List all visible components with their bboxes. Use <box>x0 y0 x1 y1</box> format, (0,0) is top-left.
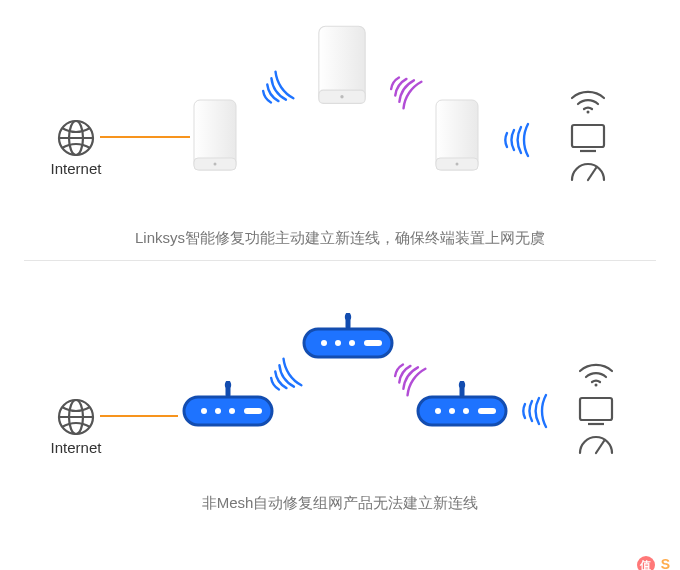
panel-nonmesh: Internet <box>0 273 680 513</box>
watermark: 值S <box>637 556 670 570</box>
svg-rect-13 <box>572 125 604 147</box>
wifi-icon <box>576 361 616 387</box>
caption-bottom: 非Mesh自动修复组网产品无法建立新连线 <box>0 494 680 513</box>
wire-link <box>100 415 178 417</box>
svg-point-37 <box>449 408 455 414</box>
svg-rect-39 <box>478 408 496 414</box>
svg-line-15 <box>588 168 596 180</box>
svg-rect-41 <box>580 398 612 420</box>
router-2 <box>298 313 398 363</box>
svg-point-31 <box>349 340 355 346</box>
wifi-link-2-3 <box>380 357 438 397</box>
svg-rect-25 <box>244 408 262 414</box>
svg-point-40 <box>595 384 598 387</box>
monitor-icon <box>576 395 616 427</box>
svg-point-8 <box>340 95 343 98</box>
svg-point-11 <box>456 163 459 166</box>
watermark-text: S <box>661 556 670 570</box>
divider <box>24 260 656 261</box>
svg-point-22 <box>201 408 207 414</box>
svg-point-38 <box>463 408 469 414</box>
velop-node-2 <box>314 24 370 110</box>
velop-node-3 <box>432 98 482 176</box>
wire-link <box>100 136 190 138</box>
device-stack <box>568 88 608 182</box>
wifi-link-2-3 <box>376 70 434 110</box>
internet-label: Internet <box>46 439 106 456</box>
svg-point-23 <box>215 408 221 414</box>
svg-point-24 <box>229 408 235 414</box>
svg-point-34 <box>459 382 465 388</box>
gauge-icon <box>568 158 608 182</box>
wifi-link-1-2 <box>256 357 314 397</box>
velop-node-1 <box>190 98 240 176</box>
globe-icon <box>56 118 96 162</box>
wifi-link-1-2 <box>248 70 306 110</box>
watermark-badge: 值 <box>637 556 655 570</box>
svg-point-5 <box>214 163 217 166</box>
wifi-link-3-dev <box>490 120 548 160</box>
panel-linksys: Internet <box>0 8 680 248</box>
diagram-frame: Internet <box>0 8 680 570</box>
internet-label: Internet <box>46 160 106 177</box>
svg-line-43 <box>596 441 604 453</box>
globe-icon <box>56 397 96 441</box>
device-stack <box>576 361 616 455</box>
svg-point-20 <box>225 382 231 388</box>
svg-point-27 <box>345 314 351 320</box>
monitor-icon <box>568 122 608 154</box>
svg-point-29 <box>321 340 327 346</box>
svg-point-30 <box>335 340 341 346</box>
wifi-link-3-dev <box>508 391 566 431</box>
svg-point-36 <box>435 408 441 414</box>
wifi-icon <box>568 88 608 114</box>
svg-point-12 <box>587 111 590 114</box>
caption-top: Linksys智能修复功能主动建立新连线，确保终端装置上网无虞 <box>0 229 680 248</box>
svg-rect-32 <box>364 340 382 346</box>
gauge-icon <box>576 431 616 455</box>
